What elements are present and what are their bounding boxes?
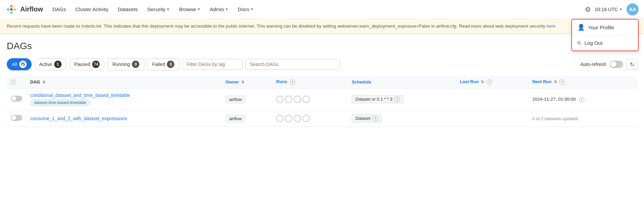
owner-badge: airflow bbox=[225, 115, 246, 123]
auto-refresh-label: Auto-refresh bbox=[580, 62, 606, 67]
toggle-knob bbox=[610, 61, 616, 67]
refresh-button[interactable]: ↻ bbox=[627, 59, 637, 70]
svg-marker-3 bbox=[7, 7, 10, 11]
schedule-cell: Dataset or 0 1 * * 3 i bbox=[348, 88, 456, 110]
th-schedule: Schedule bbox=[348, 76, 456, 88]
filter-running-button[interactable]: Running 0 bbox=[107, 58, 144, 70]
active-count-badge: 1 bbox=[54, 61, 62, 68]
user-dropdown-menu: 👤 Your Profile ⎋ Log Out bbox=[571, 19, 639, 51]
info-icon[interactable]: i bbox=[394, 97, 400, 102]
running-count-badge: 0 bbox=[132, 61, 139, 68]
info-icon[interactable]: i bbox=[559, 79, 565, 85]
sort-icon: ⇅ bbox=[42, 80, 45, 84]
row-toggle-cell bbox=[7, 88, 26, 110]
warning-link[interactable]: here bbox=[546, 24, 556, 29]
dag-toggle[interactable] bbox=[11, 96, 22, 102]
navbar-right: ⚙ 03:16 UTC ▼ AA bbox=[585, 3, 639, 15]
filter-failed-button[interactable]: Failed 0 bbox=[147, 58, 179, 70]
sort-icon: ⇅ bbox=[481, 80, 484, 84]
your-profile-item[interactable]: 👤 Your Profile bbox=[572, 20, 638, 35]
dag-name-cell: conditional_dataset_and_time_based_timet… bbox=[26, 88, 221, 110]
avatar-button[interactable]: AA bbox=[627, 3, 639, 15]
th-dag[interactable]: DAG ⇅ bbox=[26, 76, 221, 88]
person-icon: 👤 bbox=[577, 24, 585, 31]
owner-cell: airflow bbox=[221, 110, 272, 127]
navbar: Airflow DAGs Cluster Activity Datasets S… bbox=[0, 0, 644, 19]
table-row: consume_1_and_2_with_dataset_expressions… bbox=[7, 110, 637, 127]
svg-marker-1 bbox=[13, 7, 16, 11]
filter-paused-button[interactable]: Paused 74 bbox=[69, 58, 105, 70]
run-circle bbox=[276, 115, 284, 122]
run-circle bbox=[285, 96, 292, 103]
run-circle bbox=[302, 115, 310, 122]
svg-marker-2 bbox=[10, 11, 13, 14]
next-run-pending: 0 of 2 datasets updated bbox=[532, 116, 578, 121]
dag-name-link[interactable]: consume_1_and_2_with_dataset_expressions bbox=[30, 116, 127, 121]
dag-tag-badge: dataset-time-based-timetable bbox=[30, 99, 90, 106]
svg-marker-0 bbox=[10, 4, 13, 7]
logo[interactable]: Airflow bbox=[5, 3, 43, 15]
search-dags-input[interactable] bbox=[245, 59, 339, 70]
sort-icon: ⇅ bbox=[241, 80, 244, 84]
failed-count-badge: 0 bbox=[167, 61, 174, 68]
gear-icon[interactable]: ⚙ bbox=[585, 5, 591, 13]
info-icon[interactable]: i bbox=[487, 79, 492, 85]
toggle-knob bbox=[11, 96, 16, 101]
paused-count-badge: 74 bbox=[92, 61, 100, 68]
chevron-down-icon: ▼ bbox=[250, 7, 254, 11]
chevron-down-icon: ▼ bbox=[225, 7, 228, 11]
next-run-cell: 0 of 2 datasets updated bbox=[528, 110, 637, 127]
warning-banner: Recent requests have been made to /robot… bbox=[0, 19, 644, 34]
svg-point-4 bbox=[10, 8, 12, 10]
refresh-icon: ↻ bbox=[630, 61, 634, 68]
th-next-run[interactable]: Next Run ⇅ i bbox=[528, 76, 637, 88]
runs-cell bbox=[272, 88, 348, 110]
time-display[interactable]: 03:16 UTC ▼ bbox=[595, 7, 622, 12]
auto-refresh-toggle[interactable] bbox=[610, 61, 623, 68]
nav-datasets[interactable]: Datasets bbox=[114, 4, 142, 14]
nav-cluster-activity[interactable]: Cluster Activity bbox=[71, 4, 112, 14]
run-circles bbox=[276, 115, 344, 122]
filter-bar-right: Auto-refresh ↻ bbox=[580, 59, 637, 70]
logout-item[interactable]: ⎋ Log Out bbox=[572, 35, 638, 50]
nav-menu: DAGs Cluster Activity Datasets Security … bbox=[48, 4, 582, 14]
nav-browse[interactable]: Browse ▼ bbox=[175, 4, 204, 14]
run-circles bbox=[276, 96, 344, 103]
next-run-value: 2024-11-27, 01:00:00 bbox=[532, 97, 576, 102]
th-owner[interactable]: Owner ⇅ bbox=[221, 76, 272, 88]
dags-table: i DAG ⇅ Owner ⇅ Runs i Schedule bbox=[7, 76, 637, 127]
next-run-cell: 2024-11-27, 01:00:00 i bbox=[528, 88, 637, 110]
info-icon[interactable]: i bbox=[11, 79, 16, 85]
last-run-cell bbox=[456, 88, 528, 110]
schedule-badge: Dataset or 0 1 * * 3 i bbox=[352, 95, 403, 103]
nav-docs[interactable]: Docs ▼ bbox=[234, 4, 258, 14]
tag-filter-input[interactable] bbox=[182, 59, 243, 70]
owner-cell: airflow bbox=[221, 88, 272, 110]
nav-admin[interactable]: Admin ▼ bbox=[206, 4, 232, 14]
dag-name-link[interactable]: conditional_dataset_and_time_based_timet… bbox=[30, 93, 130, 98]
page-title: DAGs bbox=[7, 41, 637, 52]
nav-security[interactable]: Security ▼ bbox=[143, 4, 174, 14]
run-circle bbox=[285, 115, 292, 122]
nav-dags[interactable]: DAGs bbox=[48, 4, 70, 14]
filter-all-button[interactable]: All 75 bbox=[7, 58, 32, 70]
chevron-down-icon: ▼ bbox=[619, 7, 622, 11]
filter-bar: All 75 Active 1 Paused 74 Running 0 Fail… bbox=[7, 58, 637, 70]
dag-toggle[interactable] bbox=[11, 115, 22, 121]
logo-text: Airflow bbox=[20, 5, 43, 13]
info-icon[interactable]: i bbox=[579, 97, 584, 102]
toggle-knob bbox=[11, 115, 16, 120]
schedule-badge: Dataset i bbox=[352, 114, 382, 123]
run-circle bbox=[294, 96, 301, 103]
last-run-cell bbox=[456, 110, 528, 127]
filter-active-button[interactable]: Active 1 bbox=[34, 58, 67, 70]
info-icon[interactable]: i bbox=[290, 79, 295, 85]
table-header-row: i DAG ⇅ Owner ⇅ Runs i Schedule bbox=[7, 76, 637, 88]
airflow-logo-icon bbox=[5, 3, 17, 15]
th-last-run[interactable]: Last Run ⇅ i bbox=[456, 76, 528, 88]
info-icon[interactable]: i bbox=[372, 116, 378, 121]
th-runs[interactable]: Runs i bbox=[272, 76, 348, 88]
run-circle bbox=[294, 115, 301, 122]
sort-icon: ⇅ bbox=[554, 80, 557, 84]
th-info: i bbox=[7, 76, 26, 88]
